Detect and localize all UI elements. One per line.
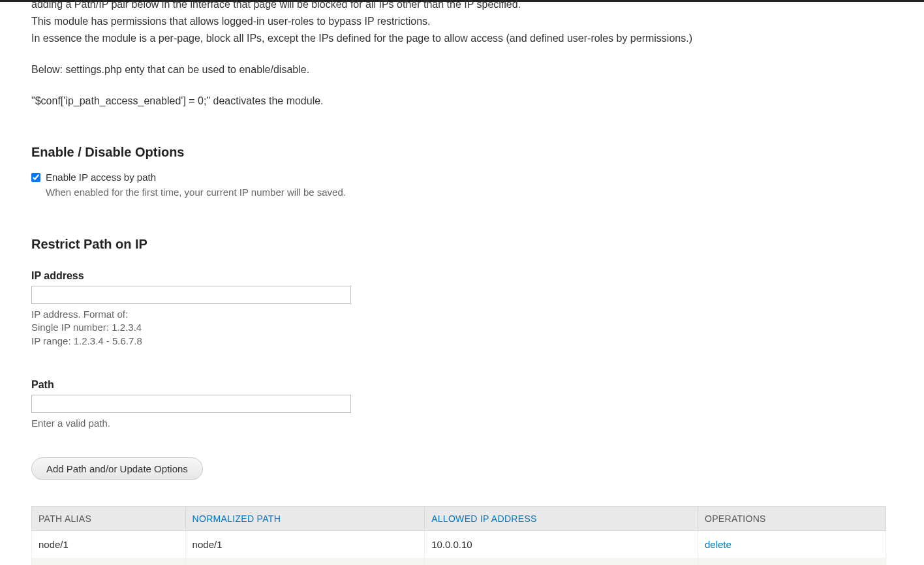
cell-path-alias: node/1 [32, 558, 186, 565]
restrict-section: Restrict Path on IP IP address IP addres… [31, 237, 893, 565]
ip-path-table: PATH ALIAS NORMALIZED PATH ALLOWED IP AD… [31, 506, 886, 565]
ip-field: IP address IP address. Format of: Single… [31, 270, 893, 348]
table-row: node/1node/110.0.0.11delete [32, 558, 886, 565]
table-header-row: PATH ALIAS NORMALIZED PATH ALLOWED IP AD… [32, 507, 886, 531]
th-operations: OPERATIONS [698, 507, 886, 531]
page-content: adding a Path/IP pair below in the inter… [0, 0, 924, 565]
path-help: Enter a valid path. [31, 417, 893, 430]
enable-checkbox-row: Enable IP access by path [31, 172, 893, 183]
cell-normalized-path: node/1 [185, 531, 425, 558]
restrict-heading: Restrict Path on IP [31, 237, 893, 252]
table-row: node/1node/110.0.0.10delete [32, 531, 886, 558]
intro-line-3: Below: settings.php enty that can be use… [31, 62, 893, 78]
path-input[interactable] [31, 395, 351, 413]
intro-line-4: "$conf['ip_path_access_enabled'] = 0;" d… [31, 93, 893, 109]
cell-allowed-ip: 10.0.0.11 [425, 558, 698, 565]
path-field: Path Enter a valid path. [31, 379, 893, 430]
cell-path-alias: node/1 [32, 531, 186, 558]
path-label: Path [31, 379, 893, 391]
intro-text: adding a Path/IP pair below in the inter… [31, 0, 893, 109]
intro-line-cut: adding a Path/IP pair below in the inter… [31, 0, 893, 12]
th-normalized-path[interactable]: NORMALIZED PATH [185, 507, 425, 531]
cell-allowed-ip: 10.0.0.10 [425, 531, 698, 558]
th-path-alias[interactable]: PATH ALIAS [32, 507, 186, 531]
enable-checkbox[interactable] [31, 173, 40, 182]
cell-normalized-path: node/1 [185, 558, 425, 565]
intro-line-1: This module has permissions that allows … [31, 14, 893, 29]
intro-line-2: In essence the module is a per-page, blo… [31, 31, 893, 46]
ip-input[interactable] [31, 286, 351, 304]
delete-link[interactable]: delete [705, 539, 732, 550]
enable-checkbox-label[interactable]: Enable IP access by path [46, 172, 156, 183]
cell-operations: delete [698, 558, 886, 565]
th-allowed-ip[interactable]: ALLOWED IP ADDRESS [425, 507, 698, 531]
submit-button[interactable]: Add Path and/or Update Options [31, 457, 203, 480]
enable-section: Enable / Disable Options Enable IP acces… [31, 145, 893, 198]
cell-operations: delete [698, 531, 886, 558]
ip-label: IP address [31, 270, 893, 282]
ip-help: IP address. Format of: Single IP number:… [31, 308, 893, 348]
enable-help: When enabled for the first time, your cu… [46, 187, 893, 198]
enable-heading: Enable / Disable Options [31, 145, 893, 160]
